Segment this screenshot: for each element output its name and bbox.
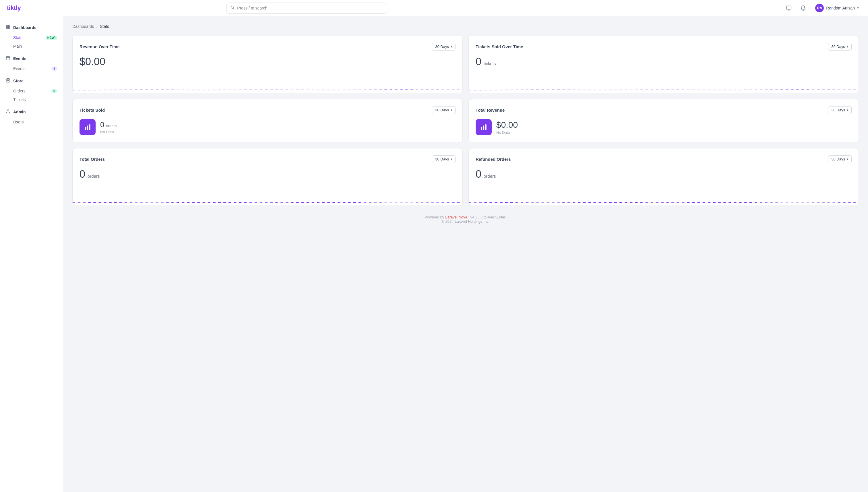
card-filter-total-revenue[interactable]: 30 Days ▾ (828, 106, 852, 114)
tickets-sold-number: 0 (100, 120, 104, 129)
card-tickets-sold-over-time: Tickets Sold Over Time 30 Days ▾ 0 ticke… (468, 35, 859, 93)
footer: Powered by Laravel Nova · v4.35.3 (Silve… (72, 206, 859, 229)
sidebar-section-label-dashboards: Dashboards (13, 25, 36, 30)
tickets-sold-nodata: No Data (100, 130, 117, 134)
card-total-revenue: Total Revenue 30 Days ▾ (468, 99, 859, 142)
stats-new-badge: NEW! (46, 35, 57, 40)
search-bar[interactable] (226, 3, 387, 14)
tickets-sold-stat: 0 orders No Data (79, 119, 455, 135)
user-name-label: Random Artisan (826, 6, 855, 10)
sidebar-item-label-stats: Stats (13, 35, 22, 40)
sidebar-item-label-main: Main (13, 44, 22, 49)
card-title-revenue-over-time: Revenue Over Time (79, 44, 120, 49)
svg-rect-6 (8, 25, 10, 27)
breadcrumb-dashboards[interactable]: Dashboards (72, 24, 94, 29)
svg-rect-16 (87, 126, 88, 130)
sidebar-item-stats[interactable]: Stats NEW! (0, 33, 63, 42)
sidebar-item-users[interactable]: Users (0, 118, 63, 126)
filter-label: 30 Days (435, 45, 449, 49)
card-filter-total-orders[interactable]: 30 Days ▾ (432, 155, 455, 163)
filter-chevron: ▾ (451, 157, 452, 161)
svg-rect-8 (8, 27, 10, 29)
bar-chart-icon (480, 123, 488, 131)
filter-label: 30 Days (831, 157, 845, 161)
svg-rect-7 (6, 27, 8, 29)
sidebar-section-header-admin[interactable]: Admin (0, 106, 63, 118)
footer-laravel-nova-link[interactable]: Laravel Nova (445, 215, 467, 219)
sidebar-section-header-dashboards[interactable]: Dashboards (0, 22, 63, 33)
total-revenue-stat: $0.00 No Data (476, 119, 852, 135)
tickets-sold-details: 0 orders No Data (100, 120, 117, 134)
card-header-total-revenue: Total Revenue 30 Days ▾ (476, 106, 852, 114)
card-total-orders: Total Orders 30 Days ▾ 0 orders (72, 148, 463, 206)
sidebar-item-main[interactable]: Main (0, 42, 63, 51)
tickets-sold-icon-box (79, 119, 96, 135)
grid-icon (6, 25, 10, 30)
total-orders-chart (73, 192, 463, 205)
sidebar-section-label-events: Events (13, 56, 26, 61)
total-revenue-details: $0.00 No Data (496, 120, 518, 134)
sidebar-section-header-store[interactable]: Store (0, 75, 63, 87)
revenue-over-time-chart (73, 79, 463, 93)
filter-chevron: ▾ (451, 108, 452, 112)
search-input[interactable] (237, 6, 382, 10)
main-content: Dashboards › Stats Revenue Over Time 30 … (63, 16, 868, 492)
person-icon (6, 109, 10, 115)
revenue-over-time-value: $0.00 (79, 56, 455, 68)
refunded-orders-value: 0 (476, 168, 481, 180)
app-logo: tiktly (7, 4, 21, 12)
dashboard-grid: Revenue Over Time 30 Days ▾ $0.00 (72, 35, 859, 206)
card-filter-revenue-over-time[interactable]: 30 Days ▾ (432, 43, 455, 51)
filter-label: 30 Days (435, 108, 449, 112)
total-revenue-nodata: No Data (496, 130, 518, 134)
card-header-total-orders: Total Orders 30 Days ▾ (79, 155, 455, 163)
footer-powered-by: Powered by Laravel Nova · v4.35.3 (Silve… (72, 215, 859, 219)
sidebar: Dashboards Stats NEW! Main (0, 16, 63, 492)
sidebar-section-store: Store Orders 0 Tickets (0, 75, 63, 104)
tickets-sold-over-time-chart (469, 79, 859, 93)
filter-label: 30 Days (831, 108, 845, 112)
total-orders-unit: orders (88, 174, 100, 178)
card-filter-tickets-sold-over-time[interactable]: 30 Days ▾ (828, 43, 852, 51)
svg-rect-17 (89, 124, 90, 130)
sidebar-section-label-store: Store (13, 79, 24, 83)
calendar-icon (6, 56, 10, 62)
card-filter-tickets-sold[interactable]: 30 Days ▾ (432, 106, 455, 114)
card-title-tickets-sold: Tickets Sold (79, 108, 105, 113)
card-filter-refunded-orders[interactable]: 30 Days ▾ (828, 155, 852, 163)
sidebar-item-events[interactable]: Events 4 (0, 64, 63, 73)
card-title-total-orders: Total Orders (79, 157, 105, 162)
footer-powered-by-text: Powered by (424, 215, 445, 219)
tickets-sold-over-time-value: 0 (476, 56, 481, 68)
card-title-total-revenue: Total Revenue (476, 108, 504, 113)
svg-rect-5 (6, 25, 8, 27)
orders-count-badge: 0 (51, 89, 57, 93)
sidebar-item-label-tickets: Tickets (13, 97, 26, 102)
breadcrumb-separator: › (96, 24, 98, 29)
svg-rect-2 (787, 6, 791, 9)
svg-point-14 (7, 109, 8, 111)
card-header-revenue-over-time: Revenue Over Time 30 Days ▾ (79, 43, 455, 51)
svg-rect-9 (6, 56, 10, 60)
layout: Dashboards Stats NEW! Main (0, 16, 868, 492)
card-header-refunded-orders: Refunded Orders 30 Days ▾ (476, 155, 852, 163)
refunded-orders-unit: orders (483, 174, 496, 178)
search-icon (230, 5, 235, 10)
monitor-icon-button[interactable] (784, 3, 793, 13)
filter-label: 30 Days (831, 45, 845, 49)
svg-rect-15 (85, 127, 86, 130)
nav-right: RA Random Artisan ▾ (784, 3, 861, 14)
sidebar-section-header-events[interactable]: Events (0, 53, 63, 64)
total-orders-value: 0 (79, 168, 85, 180)
top-navigation: tiktly RA Random Artisan ▾ (0, 0, 868, 16)
card-title-tickets-sold-over-time: Tickets Sold Over Time (476, 44, 523, 49)
bar-chart-icon (84, 123, 91, 131)
user-menu[interactable]: RA Random Artisan ▾ (813, 3, 861, 14)
sidebar-item-orders[interactable]: Orders 0 (0, 87, 63, 95)
filter-chevron: ▾ (451, 45, 452, 49)
bell-icon-button[interactable] (798, 3, 808, 13)
sidebar-item-tickets[interactable]: Tickets (0, 95, 63, 104)
chevron-down-icon: ▾ (857, 6, 859, 10)
filter-chevron: ▾ (847, 108, 848, 112)
sidebar-section-dashboards: Dashboards Stats NEW! Main (0, 22, 63, 51)
